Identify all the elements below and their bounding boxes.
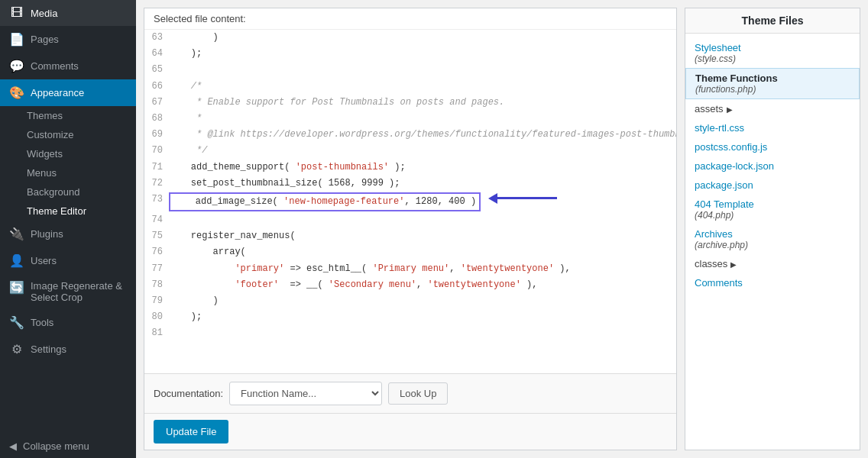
sidebar: 🎞 Media 📄 Pages 💬 Comments 🎨 Appearance …	[0, 0, 136, 458]
code-line-row: 81	[144, 325, 676, 341]
file-folder-item[interactable]: assets▶	[685, 99, 860, 118]
line-number: 78	[144, 277, 166, 293]
file-name-link: package.json	[695, 179, 753, 191]
code-line-row: 68 *	[144, 111, 676, 127]
file-sub-label: (archive.php)	[695, 240, 850, 250]
sidebar-label-settings: Settings	[31, 344, 127, 355]
code-line-row: 77 'primary' => esc_html__( 'Primary men…	[144, 261, 676, 277]
sidebar-label-pages: Pages	[31, 34, 127, 45]
sidebar-item-users[interactable]: 👤 Users	[0, 247, 136, 274]
theme-files-title: Theme Files	[685, 8, 860, 34]
plugins-icon: 🔌	[9, 227, 24, 241]
code-line-row: 63 )	[144, 30, 676, 46]
tools-icon: 🔧	[9, 315, 24, 330]
collapse-icon: ◀	[9, 440, 17, 452]
function-name-select[interactable]: Function Name...	[229, 382, 382, 405]
code-line-row: 64 );	[144, 46, 676, 62]
line-number: 81	[144, 325, 166, 341]
file-name-link: Archives	[695, 228, 850, 240]
sidebar-sub-background[interactable]: Background	[0, 182, 136, 202]
sidebar-sub-menus[interactable]: Menus	[0, 163, 136, 182]
sidebar-item-media[interactable]: 🎞 Media	[0, 0, 136, 26]
sidebar-sub-themes[interactable]: Themes	[0, 106, 136, 125]
file-name-link: Comments	[695, 277, 743, 289]
sidebar-sub-widgets[interactable]: Widgets	[0, 144, 136, 163]
sidebar-label-comments: Comments	[31, 60, 127, 72]
theme-files-panel: Theme Files Stylesheet(style.css)Theme F…	[685, 8, 860, 450]
line-number: 64	[144, 46, 166, 62]
comment-token: /*	[169, 81, 202, 92]
file-folder-item[interactable]: classes▶	[685, 254, 860, 273]
string-token: 'Primary menu'	[372, 263, 449, 274]
file-list-item[interactable]: style-rtl.css	[685, 118, 860, 137]
line-number: 76	[144, 244, 166, 260]
code-line-row: 78 'footer' => __( 'Secondary menu', 'tw…	[144, 277, 676, 293]
file-name-link: package-lock.json	[695, 160, 774, 172]
file-sub-label: (style.css)	[695, 53, 850, 64]
update-file-button[interactable]: Update File	[154, 420, 228, 443]
code-content[interactable]: 63 )64 );6566 /*67 * Enable support for …	[144, 30, 676, 373]
line-code: )	[166, 293, 676, 309]
file-list-item[interactable]: package-lock.json	[685, 156, 860, 176]
code-line-row: 70 */	[144, 143, 676, 159]
update-bar: Update File	[144, 413, 676, 450]
line-code	[166, 62, 676, 78]
folder-name: classes	[695, 258, 727, 269]
look-up-button[interactable]: Look Up	[388, 382, 448, 405]
sidebar-label-tools: Tools	[31, 317, 127, 328]
line-code: */	[166, 143, 676, 159]
line-number: 77	[144, 261, 166, 277]
string-token: 'footer'	[235, 279, 279, 290]
appearance-submenu: Themes Customize Widgets Menus Backgroun…	[0, 106, 136, 221]
code-line-row: 66 /*	[144, 79, 676, 95]
sidebar-label-image-regenerate: Image Regenerate & Select Crop	[31, 280, 127, 303]
file-name-link: style-rtl.css	[695, 122, 744, 134]
code-line-row: 74	[144, 212, 676, 228]
sidebar-item-image-regenerate[interactable]: 🔄 Image Regenerate & Select Crop	[0, 274, 136, 309]
sidebar-sub-customize[interactable]: Customize	[0, 125, 136, 144]
line-number: 67	[144, 95, 166, 111]
highlighted-code-block: add_image_size( 'new-homepage-feature', …	[169, 192, 481, 211]
comment-token: * @link https://developer.wordpress.org/…	[169, 129, 676, 140]
code-line-row: 76 array(	[144, 244, 676, 260]
file-list-item[interactable]: Comments	[685, 273, 860, 292]
sidebar-sub-theme-editor[interactable]: Theme Editor	[0, 202, 136, 221]
line-number: 74	[144, 212, 166, 228]
sidebar-item-appearance[interactable]: 🎨 Appearance	[0, 79, 136, 106]
line-code: array(	[166, 244, 676, 260]
code-line-row: 73 add_image_size( 'new-homepage-feature…	[144, 192, 676, 212]
line-code: register_nav_menus(	[166, 228, 676, 244]
file-list-item[interactable]: package.json	[685, 176, 860, 195]
sidebar-item-settings[interactable]: ⚙ Settings	[0, 336, 136, 363]
sidebar-label-appearance: Appearance	[31, 87, 127, 98]
sidebar-item-pages[interactable]: 📄 Pages	[0, 26, 136, 53]
file-list-item[interactable]: postcss.config.js	[685, 137, 860, 156]
string-token: 'new-homepage-feature'	[283, 196, 404, 207]
arrow-annotation	[488, 193, 557, 204]
line-number: 68	[144, 111, 166, 127]
code-panel: Selected file content: 63 )64 );6566 /*6…	[144, 8, 677, 450]
folder-name: assets	[695, 103, 724, 114]
file-list-item[interactable]: Stylesheet(style.css)	[685, 38, 860, 68]
sidebar-label-users: Users	[31, 255, 127, 266]
string-token: 'twentytwentyone'	[461, 263, 554, 274]
line-number: 63	[144, 30, 166, 46]
file-list-item[interactable]: Archives(archive.php)	[685, 224, 860, 254]
code-line-row: 67 * Enable support for Post Thumbnails …	[144, 95, 676, 111]
collapse-menu-button[interactable]: ◀ Collapse menu	[0, 434, 136, 458]
code-line-row: 65	[144, 62, 676, 78]
collapse-label: Collapse menu	[23, 440, 89, 452]
code-line-row: 72 set_post_thumbnail_size( 1568, 9999 )…	[144, 176, 676, 192]
line-code: add_theme_support( 'post-thumbnails' );	[166, 160, 676, 176]
line-code: );	[166, 309, 676, 325]
sidebar-item-comments[interactable]: 💬 Comments	[0, 53, 136, 79]
line-code: 'primary' => esc_html__( 'Primary menu',…	[166, 261, 676, 277]
sidebar-item-tools[interactable]: 🔧 Tools	[0, 309, 136, 336]
file-list-item[interactable]: 404 Template(404.php)	[685, 195, 860, 224]
sidebar-item-plugins[interactable]: 🔌 Plugins	[0, 221, 136, 247]
comment-token: */	[169, 145, 207, 156]
media-icon: 🎞	[9, 6, 24, 20]
comments-icon: 💬	[9, 59, 24, 73]
line-code: /*	[166, 79, 676, 95]
file-list-item[interactable]: Theme Functions(functions.php)	[685, 68, 860, 99]
